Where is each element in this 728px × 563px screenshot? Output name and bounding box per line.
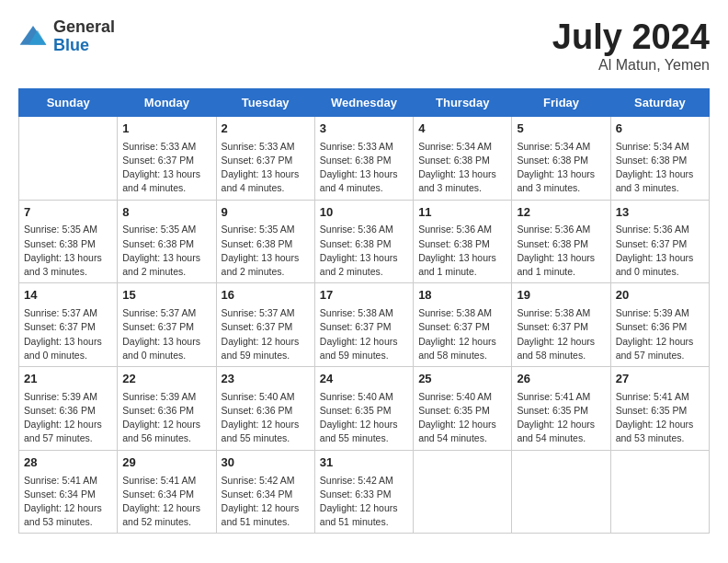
calendar-day: 23Sunrise: 5:40 AMSunset: 6:36 PMDayligh… [216, 366, 314, 450]
day-info: Sunrise: 5:34 AMSunset: 6:38 PMDaylight:… [616, 140, 704, 196]
calendar-day [512, 450, 610, 534]
calendar-day: 7Sunrise: 5:35 AMSunset: 6:38 PMDaylight… [19, 200, 118, 283]
calendar-header: SundayMondayTuesdayWednesdayThursdayFrid… [19, 88, 710, 116]
day-number: 3 [320, 121, 408, 138]
calendar-day: 3Sunrise: 5:33 AMSunset: 6:38 PMDaylight… [314, 116, 413, 200]
day-number: 18 [418, 287, 506, 304]
day-info: Sunrise: 5:37 AMSunset: 6:37 PMDaylight:… [122, 306, 210, 362]
day-info: Sunrise: 5:39 AMSunset: 6:36 PMDaylight:… [616, 306, 704, 362]
calendar-day: 22Sunrise: 5:39 AMSunset: 6:36 PMDayligh… [118, 366, 216, 450]
calendar-day: 16Sunrise: 5:37 AMSunset: 6:37 PMDayligh… [216, 283, 314, 367]
day-info: Sunrise: 5:33 AMSunset: 6:37 PMDaylight:… [122, 140, 210, 196]
day-info: Sunrise: 5:38 AMSunset: 6:37 PMDaylight:… [418, 306, 506, 362]
calendar-location: Al Matun, Yemen [552, 57, 710, 74]
title-block: July 2024 Al Matun, Yemen [552, 18, 710, 74]
calendar-day: 13Sunrise: 5:36 AMSunset: 6:37 PMDayligh… [610, 200, 709, 283]
calendar-body: 1Sunrise: 5:33 AMSunset: 6:37 PMDaylight… [19, 116, 710, 534]
day-info: Sunrise: 5:35 AMSunset: 6:38 PMDaylight:… [24, 223, 112, 279]
day-number: 1 [122, 121, 210, 138]
day-info: Sunrise: 5:35 AMSunset: 6:38 PMDaylight:… [222, 223, 310, 279]
calendar-day: 20Sunrise: 5:39 AMSunset: 6:36 PMDayligh… [610, 283, 709, 367]
day-info: Sunrise: 5:40 AMSunset: 6:35 PMDaylight:… [320, 390, 408, 446]
calendar-day: 26Sunrise: 5:41 AMSunset: 6:35 PMDayligh… [512, 366, 610, 450]
day-info: Sunrise: 5:40 AMSunset: 6:36 PMDaylight:… [222, 390, 310, 446]
header-monday: Monday [118, 88, 216, 116]
day-info: Sunrise: 5:38 AMSunset: 6:37 PMDaylight:… [517, 306, 605, 362]
day-number: 7 [24, 204, 112, 222]
day-number: 2 [222, 121, 310, 138]
logo-blue-text: Blue [53, 37, 115, 55]
day-info: Sunrise: 5:41 AMSunset: 6:34 PMDaylight:… [24, 474, 112, 530]
day-number: 28 [24, 454, 112, 472]
day-number: 27 [616, 371, 704, 388]
logo: General Blue [18, 18, 115, 55]
day-number: 31 [320, 454, 408, 472]
day-number: 5 [517, 121, 605, 138]
calendar-day [19, 116, 118, 200]
calendar-title: July 2024 [552, 18, 710, 57]
day-number: 25 [418, 371, 506, 388]
day-number: 15 [122, 287, 210, 304]
calendar-day: 31Sunrise: 5:42 AMSunset: 6:33 PMDayligh… [314, 450, 413, 534]
week-row: 21Sunrise: 5:39 AMSunset: 6:36 PMDayligh… [19, 366, 710, 450]
header-saturday: Saturday [610, 88, 709, 116]
day-number: 20 [616, 287, 704, 304]
calendar-day: 24Sunrise: 5:40 AMSunset: 6:35 PMDayligh… [314, 366, 413, 450]
calendar-day: 14Sunrise: 5:37 AMSunset: 6:37 PMDayligh… [19, 283, 118, 367]
day-number: 30 [222, 454, 310, 472]
day-info: Sunrise: 5:40 AMSunset: 6:35 PMDaylight:… [418, 390, 506, 446]
calendar-day: 28Sunrise: 5:41 AMSunset: 6:34 PMDayligh… [19, 450, 118, 534]
calendar-day: 18Sunrise: 5:38 AMSunset: 6:37 PMDayligh… [414, 283, 512, 367]
logo-text: General Blue [53, 18, 115, 55]
calendar-day: 4Sunrise: 5:34 AMSunset: 6:38 PMDaylight… [414, 116, 512, 200]
calendar-day [610, 450, 709, 534]
day-number: 17 [320, 287, 408, 304]
calendar-day: 9Sunrise: 5:35 AMSunset: 6:38 PMDaylight… [216, 200, 314, 283]
day-info: Sunrise: 5:36 AMSunset: 6:38 PMDaylight:… [517, 223, 605, 279]
day-number: 24 [320, 371, 408, 388]
day-number: 13 [616, 204, 704, 222]
day-info: Sunrise: 5:36 AMSunset: 6:38 PMDaylight:… [418, 223, 506, 279]
day-number: 11 [418, 204, 506, 222]
calendar-day: 27Sunrise: 5:41 AMSunset: 6:35 PMDayligh… [610, 366, 709, 450]
week-row: 1Sunrise: 5:33 AMSunset: 6:37 PMDaylight… [19, 116, 710, 200]
page-header: General Blue July 2024 Al Matun, Yemen [18, 18, 710, 74]
day-info: Sunrise: 5:37 AMSunset: 6:37 PMDaylight:… [222, 306, 310, 362]
day-number: 8 [122, 204, 210, 222]
day-number: 16 [222, 287, 310, 304]
day-number: 26 [517, 371, 605, 388]
day-number: 29 [122, 454, 210, 472]
day-number: 14 [24, 287, 112, 304]
day-number: 19 [517, 287, 605, 304]
calendar-day: 30Sunrise: 5:42 AMSunset: 6:34 PMDayligh… [216, 450, 314, 534]
day-info: Sunrise: 5:42 AMSunset: 6:34 PMDaylight:… [222, 474, 310, 530]
calendar-day: 10Sunrise: 5:36 AMSunset: 6:38 PMDayligh… [314, 200, 413, 283]
header-wednesday: Wednesday [314, 88, 413, 116]
day-number: 4 [418, 121, 506, 138]
calendar-day [414, 450, 512, 534]
logo-icon [18, 24, 48, 50]
day-info: Sunrise: 5:34 AMSunset: 6:38 PMDaylight:… [418, 140, 506, 196]
week-row: 28Sunrise: 5:41 AMSunset: 6:34 PMDayligh… [19, 450, 710, 534]
calendar-day: 1Sunrise: 5:33 AMSunset: 6:37 PMDaylight… [118, 116, 216, 200]
day-number: 23 [222, 371, 310, 388]
day-number: 10 [320, 204, 408, 222]
calendar-day: 21Sunrise: 5:39 AMSunset: 6:36 PMDayligh… [19, 366, 118, 450]
day-info: Sunrise: 5:39 AMSunset: 6:36 PMDaylight:… [122, 390, 210, 446]
day-info: Sunrise: 5:41 AMSunset: 6:34 PMDaylight:… [122, 474, 210, 530]
calendar-day: 11Sunrise: 5:36 AMSunset: 6:38 PMDayligh… [414, 200, 512, 283]
day-info: Sunrise: 5:38 AMSunset: 6:37 PMDaylight:… [320, 306, 408, 362]
day-info: Sunrise: 5:37 AMSunset: 6:37 PMDaylight:… [24, 306, 112, 362]
day-info: Sunrise: 5:36 AMSunset: 6:38 PMDaylight:… [320, 223, 408, 279]
day-info: Sunrise: 5:39 AMSunset: 6:36 PMDaylight:… [24, 390, 112, 446]
day-info: Sunrise: 5:33 AMSunset: 6:37 PMDaylight:… [222, 140, 310, 196]
week-row: 7Sunrise: 5:35 AMSunset: 6:38 PMDaylight… [19, 200, 710, 283]
header-friday: Friday [512, 88, 610, 116]
header-tuesday: Tuesday [216, 88, 314, 116]
day-number: 21 [24, 371, 112, 388]
day-number: 12 [517, 204, 605, 222]
day-info: Sunrise: 5:42 AMSunset: 6:33 PMDaylight:… [320, 474, 408, 530]
calendar-day: 29Sunrise: 5:41 AMSunset: 6:34 PMDayligh… [118, 450, 216, 534]
calendar-day: 15Sunrise: 5:37 AMSunset: 6:37 PMDayligh… [118, 283, 216, 367]
header-row: SundayMondayTuesdayWednesdayThursdayFrid… [19, 88, 710, 116]
